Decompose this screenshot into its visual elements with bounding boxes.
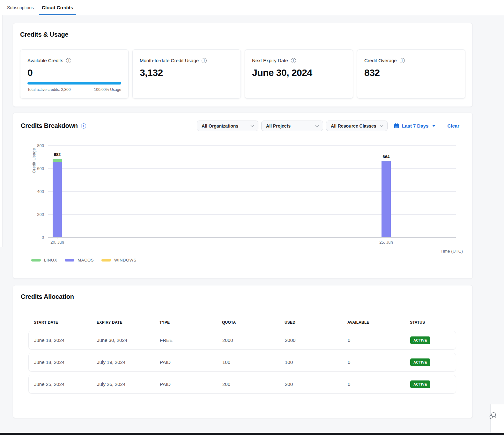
bottom-bar: [0, 433, 504, 435]
next-expiry-card: Next Expiry Date i June 30, 2024: [245, 49, 353, 99]
next-expiry-label: Next Expiry Date: [252, 58, 288, 63]
tab-subscriptions[interactable]: Subscriptions: [4, 0, 37, 15]
linux-swatch-icon: [31, 259, 41, 262]
bar-value-label: 664: [383, 154, 390, 159]
chevron-down-icon: [315, 125, 319, 127]
info-icon[interactable]: i: [400, 58, 405, 63]
col-available: AVAILABLE: [342, 320, 404, 325]
table-row: June 18, 2024 June 30, 2024 FREE 2000 20…: [28, 331, 456, 350]
chart-legend: LINUX MACOS WINDOWS: [31, 258, 472, 262]
info-icon[interactable]: i: [66, 58, 71, 63]
col-start-date: START DATE: [28, 320, 91, 325]
caret-down-icon: [432, 125, 435, 127]
usage-percent: 100.00% Usage: [94, 87, 121, 92]
calendar-icon: [394, 123, 399, 129]
date-range-picker[interactable]: Last 7 Days: [394, 123, 435, 129]
info-icon[interactable]: i: [202, 58, 207, 63]
organizations-filter[interactable]: All Organizations: [197, 121, 258, 131]
allocation-table: START DATE EXPIRY DATE TYPE QUOTA USED A…: [28, 320, 456, 394]
col-expiry-date: EXPIRY DATE: [91, 320, 154, 325]
y-tick-label: 600: [37, 166, 44, 171]
info-icon[interactable]: i: [81, 123, 86, 129]
x-axis-title: Time (UTC): [441, 249, 463, 254]
status-badge: ACTIVE: [410, 380, 430, 388]
bar-segment-macos[interactable]: [53, 162, 62, 237]
credits-usage-section: Credits & Usage Available Credits i 0 To…: [13, 23, 473, 107]
mtd-usage-label: Month-to-date Credit Usage: [140, 58, 199, 63]
credit-usage-progressbar: [27, 82, 121, 85]
mtd-usage-value: 3,132: [140, 67, 233, 78]
col-status: STATUS: [404, 320, 456, 325]
table-row: June 18, 2024 July 19, 2024 PAID 100 100…: [28, 353, 456, 372]
gridline: [48, 168, 456, 169]
resource-classes-filter[interactable]: All Resource Classes: [326, 121, 388, 131]
status-badge: ACTIVE: [410, 336, 430, 344]
credits-allocation-section: Credits Allocation START DATE EXPIRY DAT…: [13, 285, 473, 418]
bar-value-label: 682: [54, 152, 61, 157]
chat-bubbles-icon: [489, 412, 497, 419]
y-tick-label: 800: [37, 143, 44, 148]
gridline: [48, 191, 456, 192]
x-tick-mark: [386, 237, 386, 239]
clear-filters-button[interactable]: Clear: [447, 123, 459, 129]
tab-cloud-credits-label: Cloud Credits: [42, 5, 73, 10]
left-gutter: [0, 15, 3, 247]
credit-usage-progress-fill: [27, 82, 121, 85]
legend-item[interactable]: LINUX: [31, 258, 57, 262]
credit-usage-chart-plot: Credit Usage Time (UTC) 0200400600800682…: [48, 145, 456, 237]
col-type: TYPE: [154, 320, 217, 325]
x-tick-label: 20. Jun: [50, 240, 64, 245]
y-axis-title: Credit Usage: [32, 145, 36, 177]
gridline: [48, 237, 456, 238]
y-tick-label: 200: [37, 212, 44, 217]
col-quota: QUOTA: [217, 320, 279, 325]
credits-breakdown-section: Credits Breakdown i All Organizations Al…: [13, 113, 473, 279]
bar-segment-macos[interactable]: [382, 161, 391, 237]
total-active-credits: Total active credits: 2,300: [27, 87, 70, 92]
next-expiry-value: June 30, 2024: [252, 67, 346, 78]
table-row: June 25, 2024 July 26, 2024 PAID 200 200…: [28, 375, 456, 394]
x-tick-label: 25. Jun: [379, 240, 393, 245]
date-range-label: Last 7 Days: [402, 123, 428, 129]
gridline: [48, 145, 456, 146]
y-tick-label: 400: [37, 189, 44, 194]
available-credits-value: 0: [27, 67, 121, 78]
mtd-usage-card: Month-to-date Credit Usage i 3,132: [132, 49, 241, 99]
chevron-down-icon: [250, 125, 254, 127]
available-credits-card: Available Credits i 0 Total active credi…: [20, 49, 129, 99]
status-badge: ACTIVE: [410, 358, 430, 366]
tab-cloud-credits[interactable]: Cloud Credits: [39, 0, 76, 15]
credit-overage-value: 832: [364, 67, 458, 78]
x-tick-mark: [57, 237, 57, 239]
chat-support-button[interactable]: [489, 412, 497, 421]
credits-usage-title: Credits & Usage: [20, 31, 465, 38]
gridline: [48, 214, 456, 215]
info-icon[interactable]: i: [291, 58, 296, 63]
y-tick-label: 0: [42, 235, 44, 240]
chevron-down-icon: [380, 125, 383, 127]
legend-item[interactable]: WINDOWS: [101, 258, 137, 262]
credits-allocation-title: Credits Allocation: [21, 293, 472, 300]
credit-overage-label: Credit Overage: [364, 58, 397, 63]
available-credits-label: Available Credits: [27, 58, 63, 63]
legend-item[interactable]: MACOS: [65, 258, 94, 262]
credit-overage-card: Credit Overage i 832: [357, 49, 465, 99]
tab-bar: Subscriptions Cloud Credits: [0, 0, 504, 15]
projects-filter[interactable]: All Projects: [261, 121, 323, 131]
table-header-row: START DATE EXPIRY DATE TYPE QUOTA USED A…: [28, 320, 456, 325]
tab-subscriptions-label: Subscriptions: [7, 5, 34, 10]
macos-swatch-icon: [65, 259, 74, 262]
bar-segment-linux[interactable]: [53, 159, 62, 162]
credits-breakdown-title: Credits Breakdown: [21, 122, 78, 129]
windows-swatch-icon: [101, 259, 111, 262]
bar-segment-linux[interactable]: [382, 161, 391, 161]
col-used: USED: [279, 320, 342, 325]
